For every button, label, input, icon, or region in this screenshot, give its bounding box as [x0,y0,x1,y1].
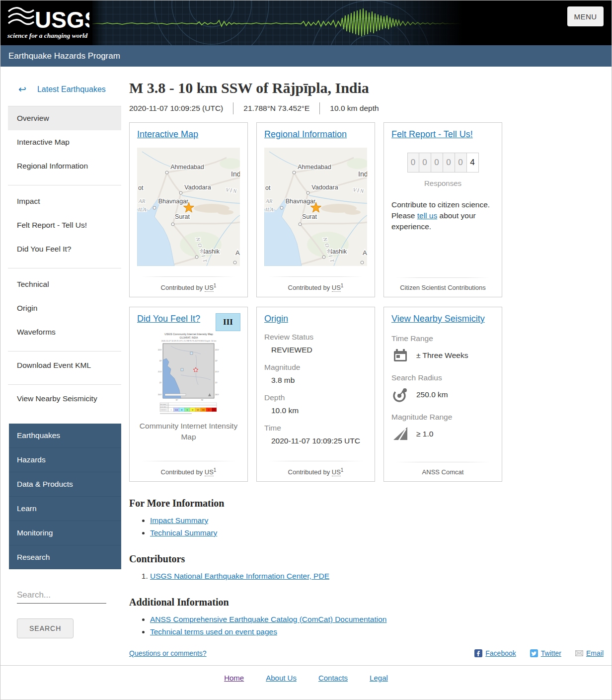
social-links: Facebook Twitter Ema [460,649,604,657]
footer-contacts-link[interactable]: Contacts [318,674,348,682]
time-range-row: ± Three Weeks [392,348,494,363]
magnitude-range-row: ≥ 1.0 [392,426,494,442]
event-time: 2020-11-07 10:09:25 (UTC) [129,104,223,113]
did-you-feel-it-link[interactable]: Did You Feel It? [137,314,200,324]
list-item: USGS National Earthquake Information Cen… [150,572,604,581]
nav-item-hazards[interactable]: Hazards [9,447,121,472]
seismograph-banner-image [92,0,462,45]
nav-item-earthquakes[interactable]: Earthquakes [9,424,121,447]
card-footer: Contributed by US1 [137,461,240,476]
contributors-heading: Contributors [129,553,604,565]
footer-about-us-link[interactable]: About Us [266,674,297,682]
sidebar-item-download-event-kml[interactable]: Download Event KML [8,353,121,377]
technical-terms-link[interactable]: Technical terms used on event pages [150,627,277,636]
program-bar: Earthquake Hazards Program [0,45,612,67]
menu-button[interactable]: MENU [567,6,604,26]
contributors-list: USGS National Earthquake Information Cen… [142,572,604,581]
card-footer: Contributed by US1 [137,276,240,291]
usgs-logo[interactable]: USGS science for a changing world [6,4,89,41]
tell-us-link[interactable]: tell us [417,211,438,220]
site-header: USGS science for a changing world [0,0,612,45]
nav-item-data-products[interactable]: Data & Products [9,472,121,496]
footer-legal-link[interactable]: Legal [370,674,388,682]
divider [319,102,320,114]
footer-home-link[interactable]: Home [224,674,244,682]
region-map-image [137,148,240,266]
event-depth: 10.0 km depth [330,104,379,113]
contributor-us-link[interactable]: US [332,284,341,292]
facebook-link[interactable]: Facebook [474,649,516,657]
main-content: M 3.8 - 10 km SSW of Rājpīpla, India 202… [121,67,612,657]
divider [8,185,121,185]
sidebar: ↩ Latest Earthquakes Overview Interactiv… [0,67,121,657]
nav-item-monitoring[interactable]: Monitoring [9,521,121,545]
additional-info-list: ANSS Comprehensive Earthquake Catalog (C… [142,615,604,636]
email-link[interactable]: Email [575,649,604,657]
dyfi-intensity-map-thumbnail[interactable] [151,330,227,417]
sidebar-item-technical[interactable]: Technical [8,272,121,296]
usgs-wave-icon [8,8,34,24]
regional-information-card: Regional Information Contributed by US1 [256,122,375,297]
back-arrow-icon: ↩ [18,84,26,95]
dyfi-caption: Community Internet Intensity Map [137,421,240,442]
neic-pde-link[interactable]: USGS National Earthquake Information Cen… [150,572,329,580]
questions-or-comments-link[interactable]: Questions or comments? [129,649,207,657]
felt-report-link[interactable]: Felt Report - Tell Us! [391,129,473,139]
search-button[interactable]: SEARCH [17,618,74,638]
origin-card: Origin Review Status REVIEWED Magnitude … [256,307,375,482]
divider [8,351,121,351]
sidebar-item-overview[interactable]: Overview [8,106,121,130]
nav-item-research[interactable]: Research [9,545,121,569]
card-footer: Contributed by US1 [264,276,367,291]
impact-summary-link[interactable]: Impact Summary [150,516,208,525]
felt-report-text: Contribute to citizen science. Please te… [391,199,494,232]
responses-counter: 0 0 0 0 0 4 [391,153,494,173]
list-item: Impact Summary [150,516,604,525]
interactive-map-thumbnail[interactable] [137,148,240,266]
view-nearby-seismicity-link[interactable]: View Nearby Seismicity [391,314,485,324]
comcat-documentation-link[interactable]: ANSS Comprehensive Earthquake Catalog (C… [150,615,386,623]
list-item: Technical terms used on event pages [150,627,604,636]
sidebar-item-origin[interactable]: Origin [8,296,121,320]
origin-link[interactable]: Origin [264,314,288,324]
sidebar-item-interactive-map[interactable]: Interactive Map [8,130,121,154]
program-title: Earthquake Hazards Program [8,51,120,61]
sidebar-item-felt-report[interactable]: Felt Report - Tell Us! [8,213,121,237]
did-you-feel-it-card: Did You Feel It? III Community Internet … [129,307,248,482]
page-bottom-row: Questions or comments? Facebook [129,649,604,657]
region-map-image [264,148,367,266]
regional-information-link[interactable]: Regional Information [264,129,347,139]
regional-map-thumbnail[interactable] [264,148,367,266]
contributor-us-link[interactable]: US [205,284,214,292]
sidebar-item-view-nearby-seismicity[interactable]: View Nearby Seismicity [8,387,121,411]
event-meta: 2020-11-07 10:09:25 (UTC) 21.788°N 73.45… [129,102,604,114]
contributor-us-link[interactable]: US [332,468,341,476]
divider [8,384,121,385]
technical-summary-link[interactable]: Technical Summary [150,528,217,537]
intensity-badge: III [216,313,240,331]
site-footer: Home About Us Contacts Legal [0,665,612,696]
divider [8,268,121,268]
radar-icon [392,387,408,403]
usgs-brand-text: USGS [35,7,89,33]
sidebar-item-impact[interactable]: Impact [8,189,121,213]
list-item: ANSS Comprehensive Earthquake Catalog (C… [150,615,604,624]
responses-label: Responses [391,179,494,187]
card-footer: Citizen Scientist Contributions [391,277,494,291]
magnitude-triangle-icon [392,426,408,442]
contributor-us-link[interactable]: US [205,468,214,476]
search-input[interactable] [17,588,106,604]
usgs-event-page: USGS science for a changing world [0,0,612,700]
twitter-link[interactable]: Twitter [530,649,561,657]
origin-field-magnitude: Magnitude 3.8 mb [264,363,367,385]
card-grid: Interactive Map Contributed by US1 Regio… [129,122,604,482]
interactive-map-link[interactable]: Interactive Map [137,129,198,139]
sidebar-item-did-you-feel-it[interactable]: Did You Feel It? [8,237,121,261]
back-to-latest-earthquakes-link[interactable]: ↩ Latest Earthquakes [0,80,121,99]
nav-item-learn[interactable]: Learn [9,496,121,521]
sidebar-item-waveforms[interactable]: Waveforms [8,320,121,344]
sidebar-item-regional-information[interactable]: Regional Information [8,154,121,178]
divider [233,102,233,114]
origin-field-depth: Depth 10.0 km [264,393,367,415]
for-more-information-heading: For More Information [129,498,604,509]
